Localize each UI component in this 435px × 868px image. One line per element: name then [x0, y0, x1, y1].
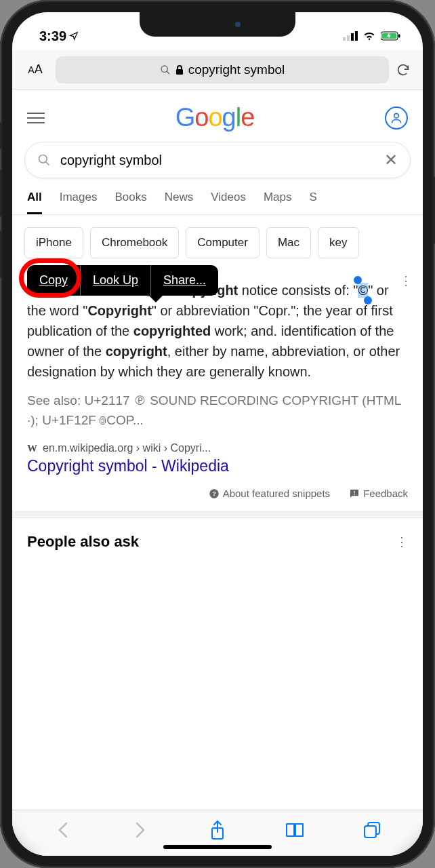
svg-point-10 — [394, 113, 399, 118]
share-button[interactable] — [206, 818, 229, 842]
url-field[interactable]: copyright symbol — [56, 56, 389, 83]
tab-news[interactable]: News — [165, 191, 194, 214]
cellular-icon — [343, 31, 358, 41]
notch — [140, 12, 295, 37]
status-time: 3:39 — [39, 28, 79, 44]
svg-rect-3 — [355, 31, 358, 41]
tab-maps[interactable]: Maps — [264, 191, 292, 214]
search-icon — [37, 153, 51, 167]
svg-line-12 — [46, 162, 49, 165]
svg-rect-2 — [351, 33, 354, 41]
svg-rect-1 — [347, 35, 350, 41]
location-icon — [69, 31, 79, 41]
bookmarks-button[interactable] — [283, 818, 306, 842]
chip-mac[interactable]: Mac — [266, 227, 311, 258]
lookup-menu-item[interactable]: Look Up — [80, 265, 150, 296]
about-snippets-link[interactable]: ? About featured snippets — [209, 488, 330, 499]
svg-text:?: ? — [212, 490, 216, 497]
forward-button[interactable] — [129, 818, 152, 842]
info-icon: ? — [209, 488, 220, 499]
tabs-button[interactable] — [360, 818, 384, 842]
chip-chromebook[interactable]: Chromebook — [90, 227, 179, 258]
tab-more[interactable]: S — [310, 191, 317, 214]
tab-images[interactable]: Images — [60, 191, 98, 214]
svg-point-7 — [161, 66, 167, 72]
home-indicator[interactable] — [163, 845, 272, 849]
svg-rect-19 — [365, 826, 376, 837]
paa-more-icon[interactable]: ⋮ — [396, 534, 408, 549]
chip-computer[interactable]: Computer — [186, 227, 260, 258]
wifi-icon — [362, 31, 376, 41]
svg-point-11 — [39, 155, 47, 163]
text-size-button[interactable]: AA — [22, 62, 49, 77]
wikipedia-icon: W — [27, 443, 37, 454]
svg-rect-9 — [176, 69, 183, 75]
chip-key[interactable]: key — [318, 227, 358, 258]
svg-rect-16 — [354, 494, 354, 494]
svg-rect-0 — [343, 37, 346, 41]
feedback-link[interactable]: Feedback — [349, 488, 408, 499]
result-title-link[interactable]: Copyright symbol - Wikipedia — [12, 456, 423, 482]
back-button[interactable] — [51, 818, 75, 842]
see-also-text: See also: U+2117 ℗ SOUND RECORDING COPYR… — [12, 382, 423, 433]
search-tabs: All Images Books News Videos Maps S — [12, 178, 423, 215]
people-also-ask-header: People also ask ⋮ — [12, 518, 423, 566]
clear-button[interactable]: ✕ — [384, 151, 398, 170]
search-input[interactable] — [60, 153, 375, 168]
feedback-icon — [349, 488, 360, 499]
battery-icon — [381, 31, 401, 41]
highlight-ring — [19, 258, 81, 298]
reload-button[interactable] — [396, 62, 413, 77]
url-text: copyright symbol — [188, 62, 285, 77]
menu-button[interactable] — [27, 113, 45, 123]
snippet-more-icon[interactable]: ⋮ — [400, 272, 412, 290]
chip-iphone[interactable]: iPhone — [24, 227, 83, 258]
share-menu-item[interactable]: Share... — [150, 265, 218, 296]
result-source: W en.m.wikipedia.org › wiki › Copyri... — [12, 433, 423, 456]
account-button[interactable] — [385, 106, 408, 130]
person-icon — [390, 111, 403, 125]
selected-text[interactable]: © — [358, 283, 368, 298]
tab-books[interactable]: Books — [115, 191, 146, 214]
tab-all[interactable]: All — [27, 191, 42, 214]
search-icon — [160, 64, 171, 75]
svg-rect-15 — [354, 491, 354, 493]
svg-rect-6 — [398, 35, 400, 38]
tab-videos[interactable]: Videos — [211, 191, 246, 214]
search-box[interactable]: ✕ — [24, 142, 411, 178]
svg-line-8 — [167, 71, 169, 74]
browser-address-bar: AA copyright symbol — [12, 50, 423, 90]
google-logo: Google — [175, 103, 255, 132]
lock-icon — [175, 64, 184, 75]
